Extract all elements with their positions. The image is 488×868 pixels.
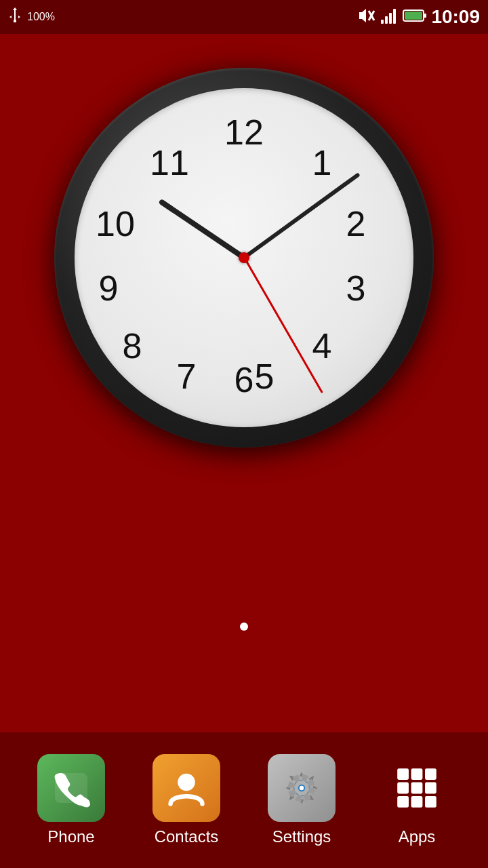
svg-point-18 <box>300 786 304 790</box>
dock: Phone Contacts <box>0 732 488 868</box>
svg-rect-26 <box>411 796 423 808</box>
dock-item-phone[interactable]: Phone <box>37 754 105 846</box>
svg-marker-1 <box>359 9 366 22</box>
page-indicator <box>240 623 248 631</box>
mute-icon <box>357 7 375 26</box>
clock-5: 5 <box>255 356 274 397</box>
clock-inner: 12 1 2 3 4 5 6 7 8 9 10 11 <box>75 88 413 427</box>
svg-rect-23 <box>411 783 423 794</box>
svg-rect-9 <box>424 14 426 18</box>
clock-1: 1 <box>312 142 332 183</box>
dock-item-contacts[interactable]: Contacts <box>152 754 220 846</box>
svg-point-12 <box>178 774 195 791</box>
dock-item-apps[interactable]: Apps <box>383 754 451 846</box>
clock-12: 12 <box>224 112 264 153</box>
svg-rect-21 <box>425 768 436 780</box>
contacts-icon-bg <box>152 754 220 822</box>
phone-label: Phone <box>47 827 94 846</box>
settings-icon-bg <box>268 754 336 822</box>
minute-hand <box>243 172 360 259</box>
clock-11: 11 <box>150 142 189 183</box>
svg-rect-0 <box>14 20 16 22</box>
clock-7: 7 <box>177 356 197 397</box>
battery-icon <box>403 8 427 26</box>
contacts-label: Contacts <box>155 827 219 846</box>
battery-percent-left: 100% <box>27 11 55 23</box>
svg-rect-6 <box>389 13 392 24</box>
clock-10: 10 <box>96 203 135 244</box>
svg-rect-7 <box>393 9 396 24</box>
svg-rect-19 <box>397 768 409 780</box>
hour-hand <box>158 199 245 260</box>
clock-9: 9 <box>99 268 119 309</box>
apps-label: Apps <box>399 827 436 846</box>
status-right-icons: 10:09 <box>357 6 480 28</box>
svg-rect-10 <box>405 12 422 20</box>
clock-center <box>239 252 249 263</box>
svg-rect-5 <box>385 16 388 24</box>
clock-widget[interactable]: 12 1 2 3 4 5 6 7 8 9 10 11 <box>54 68 434 448</box>
svg-rect-22 <box>397 783 409 794</box>
usb-icon <box>8 7 22 27</box>
clock-3: 3 <box>346 268 366 309</box>
dock-item-settings[interactable]: Settings <box>268 754 336 846</box>
settings-label: Settings <box>272 827 331 846</box>
clock-4: 4 <box>312 326 332 366</box>
clock-8: 8 <box>123 326 142 366</box>
status-bar: 100% 10 <box>0 0 488 34</box>
svg-rect-25 <box>397 796 409 808</box>
svg-rect-20 <box>411 768 423 780</box>
status-left-icons: 100% <box>8 7 55 27</box>
signal-icon <box>380 7 399 26</box>
clock-face: 12 1 2 3 4 5 6 7 8 9 10 11 <box>54 68 434 448</box>
phone-icon-bg <box>37 754 105 822</box>
page-dot-1 <box>240 623 248 631</box>
svg-rect-4 <box>381 20 384 24</box>
status-time: 10:09 <box>431 6 480 28</box>
apps-icon-bg <box>383 754 451 822</box>
clock-2: 2 <box>346 203 366 244</box>
clock-6: 6 <box>235 359 254 400</box>
svg-rect-24 <box>425 783 436 794</box>
svg-rect-27 <box>425 796 436 808</box>
